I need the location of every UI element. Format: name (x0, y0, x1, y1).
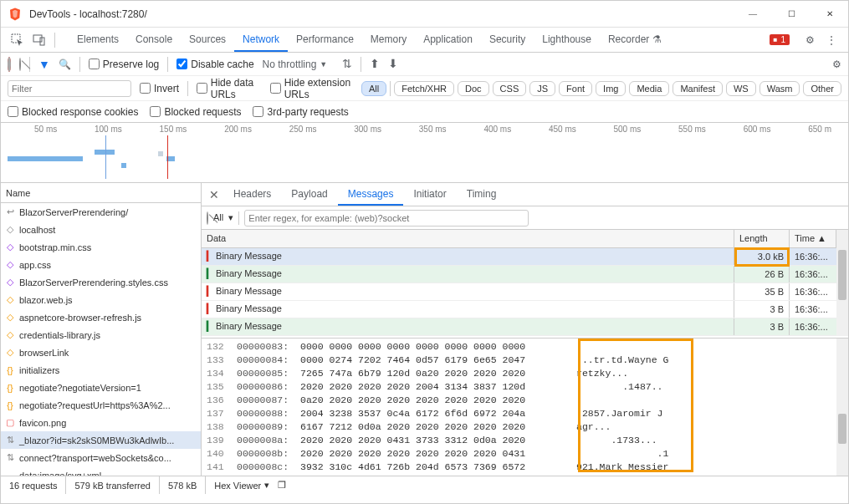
length-column-header[interactable]: Length (734, 230, 790, 247)
network-settings-gear-icon[interactable]: ⚙ (832, 59, 841, 70)
throttling-select[interactable]: No throttling ▼ (263, 59, 328, 70)
panel-tab-application[interactable]: Application (415, 28, 481, 52)
resource-icon: ◇ (4, 329, 16, 340)
wifi-icon[interactable]: ⇅ (342, 57, 352, 72)
upload-icon[interactable]: ⬆ (370, 57, 380, 72)
detail-tab-messages[interactable]: Messages (338, 184, 404, 206)
filter-pill-manifest[interactable]: Manifest (673, 81, 723, 96)
filter-pill-fetchxhr[interactable]: Fetch/XHR (394, 81, 454, 96)
more-menu-icon[interactable]: ⋮ (821, 30, 841, 50)
request-row[interactable]: ◇credentials-library.js (1, 326, 201, 344)
msg-regex-input[interactable] (244, 210, 529, 227)
request-row[interactable]: {}negotiate?negotiateVersion=1 (1, 379, 201, 396)
message-row[interactable]: ▎ Binary Message3.0 kB16:36:... (202, 247, 848, 265)
data-column-header[interactable]: Data (202, 230, 734, 247)
copy-icon[interactable]: ❐ (278, 480, 286, 491)
clear-button[interactable] (19, 59, 21, 70)
close-button[interactable]: ✕ (818, 4, 841, 24)
message-row[interactable]: ▎ Binary Message3 B16:36:... (202, 318, 848, 335)
request-row[interactable]: ↩BlazorServerPrerendering/ (1, 203, 201, 221)
detail-tab-headers[interactable]: Headers (223, 184, 281, 206)
blocked-requests-checkbox[interactable]: Blocked requests (150, 106, 241, 118)
request-row[interactable]: ◇BlazorServerPrerendering.styles.css (1, 273, 201, 291)
preserve-log-checkbox[interactable]: Preserve log (89, 59, 159, 70)
filter-pill-wasm[interactable]: Wasm (759, 81, 800, 96)
panel-tab-sources[interactable]: Sources (181, 28, 234, 52)
request-label: localhost (19, 225, 55, 235)
filter-input[interactable] (8, 80, 131, 97)
filter-pill-doc[interactable]: Doc (458, 81, 489, 96)
resource-icon: ◇ (4, 242, 16, 252)
request-row[interactable]: {}initializers (1, 361, 201, 379)
blocked-cookies-checkbox[interactable]: Blocked response cookies (8, 106, 138, 118)
resource-icon: ↩ (4, 206, 16, 217)
third-party-checkbox[interactable]: 3rd-party requests (253, 106, 348, 118)
request-row[interactable]: ◇bootstrap.min.css (1, 238, 201, 256)
message-row[interactable]: ▎ Binary Message35 B16:36:... (202, 283, 848, 300)
request-row[interactable]: data:image/svg+xml,... (1, 466, 201, 476)
scrollbar-msgs[interactable] (836, 230, 848, 336)
filter-pill-font[interactable]: Font (559, 81, 592, 96)
filter-pill-img[interactable]: Img (596, 81, 626, 96)
request-row[interactable]: ▢favicon.png (1, 414, 201, 431)
time-column-header[interactable]: Time ▲ (790, 230, 836, 247)
panel-tab-security[interactable]: Security (481, 28, 534, 52)
request-row[interactable]: ◇aspnetcore-browser-refresh.js (1, 308, 201, 326)
panel-tab-recorder[interactable]: Recorder ⚗ (600, 28, 670, 52)
hex-viewer-select[interactable]: Hex Viewer ▾ ❐ (206, 480, 294, 491)
filter-pill-media[interactable]: Media (629, 81, 669, 96)
panel-tab-performance[interactable]: Performance (288, 28, 362, 52)
scrollbar-hex[interactable] (836, 339, 848, 476)
hex-row: 13200000083:0000 0000 0000 0000 0000 000… (207, 340, 848, 354)
clear-msgs-button[interactable] (207, 212, 208, 224)
disable-cache-checkbox[interactable]: Disable cache (176, 59, 253, 70)
hex-row: 1400000008b:2020 2020 2020 2020 2020 202… (207, 447, 848, 461)
request-row[interactable]: ◇blazor.web.js (1, 291, 201, 308)
resource-icon: ◇ (4, 294, 16, 305)
request-label: aspnetcore-browser-refresh.js (19, 313, 141, 323)
request-row[interactable]: ⇅_blazor?id=sk2skS0MBWu3kAdlwIb... (1, 431, 201, 449)
timeline-overview[interactable]: 50 ms100 ms150 ms200 ms250 ms300 ms350 m… (1, 123, 848, 183)
panel-tab-console[interactable]: Console (127, 28, 181, 52)
request-row[interactable]: {}negotiate?requestUrl=https%3A%2... (1, 396, 201, 414)
download-icon[interactable]: ⬇ (388, 57, 398, 72)
filter-pill-js[interactable]: JS (529, 81, 555, 96)
hide-data-urls-checkbox[interactable]: Hide data URLs (197, 77, 262, 100)
request-label: credentials-library.js (19, 330, 100, 340)
minimize-button[interactable]: — (741, 4, 765, 24)
filter-pill-all[interactable]: All (361, 81, 386, 96)
search-icon[interactable]: 🔍 (59, 59, 71, 70)
maximize-button[interactable]: ☐ (780, 4, 803, 24)
filter-pill-ws[interactable]: WS (726, 81, 756, 96)
request-row[interactable]: ◇app.css (1, 256, 201, 273)
errors-badge[interactable]: 1 (770, 34, 790, 45)
filter-pill-css[interactable]: CSS (493, 81, 527, 96)
message-row[interactable]: ▎ Binary Message3 B16:36:... (202, 300, 848, 318)
detail-tab-payload[interactable]: Payload (281, 184, 337, 206)
record-button[interactable] (8, 59, 11, 70)
request-row[interactable]: ◇localhost (1, 221, 201, 238)
detail-tab-timing[interactable]: Timing (457, 184, 507, 206)
hex-viewer: 13200000083:0000 0000 0000 0000 0000 000… (202, 338, 848, 476)
panel-tab-lighthouse[interactable]: Lighthouse (534, 28, 600, 52)
resource-icon: {} (4, 365, 16, 375)
invert-checkbox[interactable]: Invert (140, 83, 179, 94)
device-toolbar-icon[interactable] (29, 30, 49, 50)
detail-tab-initiator[interactable]: Initiator (403, 184, 456, 206)
hex-row: 1390000008a:2020 2020 2020 0431 3733 331… (207, 434, 848, 447)
request-row[interactable]: ⇅connect?transport=webSockets&co... (1, 449, 201, 466)
settings-gear-icon[interactable]: ⚙ (800, 30, 820, 50)
panel-tab-network[interactable]: Network (234, 28, 288, 52)
filter-icon[interactable]: ▼ (38, 58, 50, 71)
resource-icon: ⇅ (4, 452, 16, 463)
name-column-header[interactable]: Name (1, 183, 201, 203)
request-row[interactable]: ◇browserLink (1, 344, 201, 361)
panel-tab-elements[interactable]: Elements (69, 28, 127, 52)
hide-extension-urls-checkbox[interactable]: Hide extension URLs (270, 77, 353, 100)
panel-tab-memory[interactable]: Memory (362, 28, 415, 52)
resource-icon: ▢ (4, 417, 16, 428)
message-row[interactable]: ▎ Binary Message26 B16:36:... (202, 265, 848, 283)
inspect-element-icon[interactable] (8, 30, 28, 50)
close-details-button[interactable]: ✕ (205, 188, 223, 201)
filter-pill-other[interactable]: Other (803, 81, 841, 96)
